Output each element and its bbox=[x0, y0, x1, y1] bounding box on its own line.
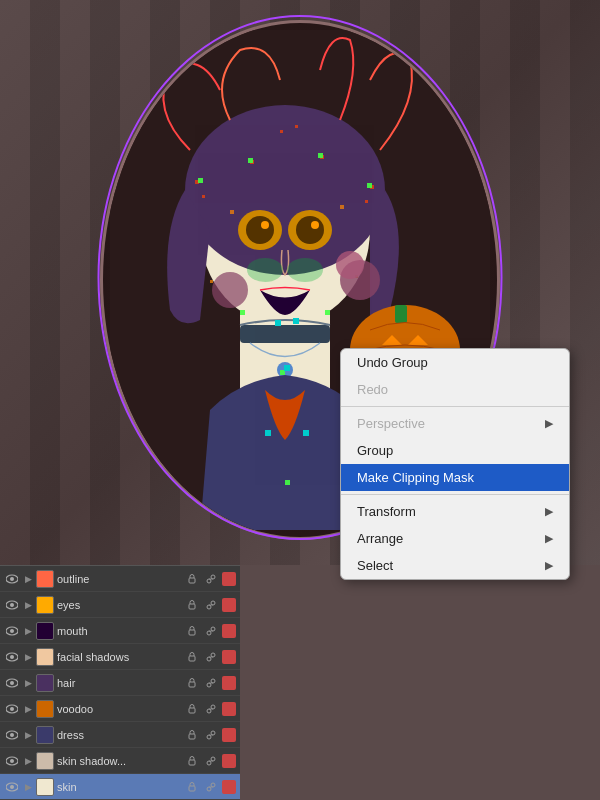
layer-clip-skin_shadow[interactable] bbox=[203, 753, 219, 769]
layer-lock-voodoo[interactable] bbox=[184, 701, 200, 717]
layer-thumb-dress bbox=[36, 726, 54, 744]
svg-point-6 bbox=[246, 216, 274, 244]
layer-clip-dress[interactable] bbox=[203, 727, 219, 743]
svg-point-86 bbox=[211, 731, 215, 735]
menu-label-transform: Transform bbox=[357, 504, 416, 519]
svg-rect-15 bbox=[395, 305, 407, 323]
layer-row-voodoo[interactable]: ▶ voodoo bbox=[0, 696, 240, 722]
layer-color-voodoo bbox=[222, 702, 236, 716]
layer-clip-outline[interactable] bbox=[203, 571, 219, 587]
menu-separator-after-redo bbox=[341, 406, 569, 407]
svg-point-56 bbox=[211, 601, 215, 605]
svg-point-68 bbox=[211, 653, 215, 657]
menu-arrow-perspective: ▶ bbox=[545, 417, 553, 430]
menu-item-redo: Redo bbox=[341, 376, 569, 403]
layer-visibility-voodoo[interactable] bbox=[4, 701, 20, 717]
layer-lock-facial_shadows[interactable] bbox=[184, 649, 200, 665]
layer-lock-outline[interactable] bbox=[184, 571, 200, 587]
layer-clip-mouth[interactable] bbox=[203, 623, 219, 639]
layer-row-skin_shadow[interactable]: ▶ skin shadow... bbox=[0, 748, 240, 774]
layer-clip-eyes[interactable] bbox=[203, 597, 219, 613]
svg-point-98 bbox=[211, 783, 215, 787]
layer-row-dress[interactable]: ▶ dress bbox=[0, 722, 240, 748]
layer-thumb-hair bbox=[36, 674, 54, 692]
layer-expand-skin_shadow[interactable]: ▶ bbox=[23, 756, 33, 766]
menu-label-select: Select bbox=[357, 558, 393, 573]
menu-label-perspective: Perspective bbox=[357, 416, 425, 431]
svg-point-67 bbox=[207, 657, 211, 661]
layer-clip-voodoo[interactable] bbox=[203, 701, 219, 717]
svg-rect-78 bbox=[189, 708, 195, 713]
svg-point-8 bbox=[261, 221, 269, 229]
layer-row-outline[interactable]: ▶ outline bbox=[0, 566, 240, 592]
svg-rect-66 bbox=[189, 656, 195, 661]
svg-rect-21 bbox=[365, 200, 368, 203]
svg-rect-42 bbox=[293, 318, 299, 324]
layer-thumb-skin_shadow bbox=[36, 752, 54, 770]
layer-expand-dress[interactable]: ▶ bbox=[23, 730, 33, 740]
layer-expand-outline[interactable]: ▶ bbox=[23, 574, 33, 584]
svg-point-50 bbox=[211, 575, 215, 579]
svg-rect-43 bbox=[284, 365, 290, 371]
svg-rect-44 bbox=[265, 430, 271, 436]
layer-row-eyes[interactable]: ▶ eyes bbox=[0, 592, 240, 618]
svg-point-10 bbox=[247, 258, 283, 282]
layer-row-facial_shadows[interactable]: ▶ facial shadows bbox=[0, 644, 240, 670]
svg-point-74 bbox=[211, 679, 215, 683]
layer-name-dress: dress bbox=[57, 729, 181, 741]
layer-visibility-skin_shadow[interactable] bbox=[4, 753, 20, 769]
layer-color-mouth bbox=[222, 624, 236, 638]
svg-point-91 bbox=[207, 761, 211, 765]
layer-row-hair[interactable]: ▶ hair bbox=[0, 670, 240, 696]
svg-rect-26 bbox=[230, 210, 234, 214]
layer-clip-skin[interactable] bbox=[203, 779, 219, 795]
layer-clip-facial_shadows[interactable] bbox=[203, 649, 219, 665]
layer-visibility-mouth[interactable] bbox=[4, 623, 20, 639]
svg-rect-24 bbox=[280, 130, 283, 133]
menu-item-make_clipping_mask[interactable]: Make Clipping Mask bbox=[341, 464, 569, 491]
layer-lock-hair[interactable] bbox=[184, 675, 200, 691]
menu-item-select[interactable]: Select ▶ bbox=[341, 552, 569, 579]
svg-rect-31 bbox=[367, 183, 372, 188]
layer-name-hair: hair bbox=[57, 677, 181, 689]
layer-visibility-hair[interactable] bbox=[4, 675, 20, 691]
svg-point-39 bbox=[336, 251, 364, 279]
layer-visibility-eyes[interactable] bbox=[4, 597, 20, 613]
layer-clip-hair[interactable] bbox=[203, 675, 219, 691]
layer-lock-eyes[interactable] bbox=[184, 597, 200, 613]
layer-expand-mouth[interactable]: ▶ bbox=[23, 626, 33, 636]
menu-item-undo_group[interactable]: Undo Group bbox=[341, 349, 569, 376]
menu-item-group[interactable]: Group bbox=[341, 437, 569, 464]
svg-point-73 bbox=[207, 683, 211, 687]
layers-panel: ▶ outline ▶ eyes bbox=[0, 565, 240, 800]
layer-expand-hair[interactable]: ▶ bbox=[23, 678, 33, 688]
layer-row-mouth[interactable]: ▶ mouth bbox=[0, 618, 240, 644]
layer-thumb-skin bbox=[36, 778, 54, 796]
menu-arrow-transform: ▶ bbox=[545, 505, 553, 518]
menu-separator-after-make_clipping_mask bbox=[341, 494, 569, 495]
layer-row-skin[interactable]: ▶ skin bbox=[0, 774, 240, 800]
menu-arrow-select: ▶ bbox=[545, 559, 553, 572]
layer-thumb-mouth bbox=[36, 622, 54, 640]
layer-visibility-outline[interactable] bbox=[4, 571, 20, 587]
layer-lock-mouth[interactable] bbox=[184, 623, 200, 639]
svg-point-97 bbox=[207, 787, 211, 791]
layer-lock-skin_shadow[interactable] bbox=[184, 753, 200, 769]
svg-point-71 bbox=[10, 681, 14, 685]
svg-rect-28 bbox=[210, 280, 213, 283]
layer-visibility-dress[interactable] bbox=[4, 727, 20, 743]
layer-visibility-facial_shadows[interactable] bbox=[4, 649, 20, 665]
layer-color-skin bbox=[222, 780, 236, 794]
svg-rect-25 bbox=[295, 125, 298, 128]
svg-point-89 bbox=[10, 759, 14, 763]
menu-item-transform[interactable]: Transform ▶ bbox=[341, 498, 569, 525]
layer-lock-skin[interactable] bbox=[184, 779, 200, 795]
layer-expand-facial_shadows[interactable]: ▶ bbox=[23, 652, 33, 662]
menu-item-arrange[interactable]: Arrange ▶ bbox=[341, 525, 569, 552]
layer-visibility-skin[interactable] bbox=[4, 779, 20, 795]
svg-rect-19 bbox=[202, 195, 205, 198]
layer-expand-voodoo[interactable]: ▶ bbox=[23, 704, 33, 714]
layer-expand-skin[interactable]: ▶ bbox=[23, 782, 33, 792]
layer-expand-eyes[interactable]: ▶ bbox=[23, 600, 33, 610]
layer-lock-dress[interactable] bbox=[184, 727, 200, 743]
